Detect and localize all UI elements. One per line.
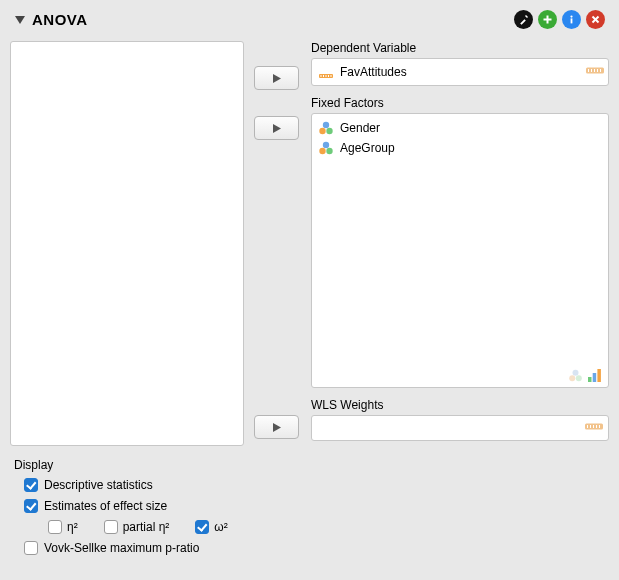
arrows-column [254,41,301,446]
svg-rect-17 [331,75,332,77]
nominal-icon [318,120,334,136]
svg-marker-0 [15,16,25,24]
variable-name: Gender [340,121,380,135]
svg-marker-9 [273,74,281,83]
svg-point-25 [319,128,325,134]
svg-point-5 [570,16,572,18]
svg-marker-11 [273,423,281,432]
add-icon[interactable] [538,10,557,29]
descriptive-checkbox[interactable] [24,478,38,492]
svg-rect-14 [323,75,324,77]
svg-point-28 [319,148,325,154]
dependent-variable-box[interactable]: FavAttitudes [311,58,609,86]
svg-marker-10 [273,124,281,133]
info-icon[interactable] [562,10,581,29]
fixed-factors-label: Fixed Factors [311,96,609,110]
close-icon[interactable] [586,10,605,29]
svg-rect-34 [593,373,597,382]
fixed-factors-box[interactable]: Gender AgeGroup [311,113,609,388]
descriptive-stats-row: Descriptive statistics [14,478,609,492]
header-left: ANOVA [14,11,88,28]
svg-rect-39 [593,425,594,428]
edit-icon[interactable] [514,10,533,29]
effect-size-label: Estimates of effect size [44,499,167,513]
omega2-row: ω² [195,520,227,534]
vovk-sellke-checkbox[interactable] [24,541,38,555]
variable-item[interactable]: Gender [318,118,602,138]
variable-name: AgeGroup [340,141,395,155]
effect-size-suboptions: η² partial η² ω² [14,520,609,534]
svg-rect-6 [571,18,573,23]
nominal-icon [318,140,334,156]
svg-rect-4 [544,19,552,21]
ordinal-type-icon [587,368,602,383]
panel-title: ANOVA [32,11,88,28]
wls-weights-box[interactable] [311,415,609,441]
partial-eta2-label: partial η² [123,520,170,534]
omega2-label: ω² [214,520,227,534]
scale-icon [318,64,334,80]
wls-weights-label: WLS Weights [311,398,609,412]
display-header: Display [14,458,609,472]
svg-point-30 [573,370,579,376]
svg-rect-35 [597,369,601,382]
svg-point-31 [569,375,575,381]
svg-rect-21 [594,69,595,72]
omega2-checkbox[interactable] [195,520,209,534]
vovk-sellke-row: Vovk-Sellke maximum p-ratio [14,541,609,555]
eta2-row: η² [48,520,78,534]
vovk-sellke-label: Vovk-Sellke maximum p-ratio [44,541,199,555]
target-boxes-column: Dependent Variable FavAttitudes [311,41,609,446]
svg-point-26 [326,128,332,134]
partial-eta2-checkbox[interactable] [104,520,118,534]
dependent-label: Dependent Variable [311,41,609,55]
variable-item[interactable]: AgeGroup [318,138,602,158]
svg-point-24 [323,122,329,128]
move-to-dependent-button[interactable] [254,66,299,90]
collapse-chevron-icon[interactable] [14,14,26,26]
anova-panel: ANOVA [0,0,619,580]
svg-rect-13 [321,75,322,77]
svg-rect-37 [587,425,588,428]
header-icons [514,10,605,29]
effect-size-row: Estimates of effect size [14,499,609,513]
eta2-label: η² [67,520,78,534]
svg-rect-38 [590,425,591,428]
svg-rect-15 [326,75,327,77]
variable-name: FavAttitudes [340,65,407,79]
svg-rect-16 [328,75,329,77]
variable-assignment-row: Dependent Variable FavAttitudes [10,41,609,446]
partial-eta2-row: partial η² [104,520,170,534]
svg-rect-1 [520,19,526,25]
svg-point-27 [323,142,329,148]
descriptive-label: Descriptive statistics [44,478,153,492]
source-variables-list[interactable] [10,41,244,446]
effect-size-checkbox[interactable] [24,499,38,513]
move-to-wls-button[interactable] [254,415,299,439]
svg-rect-20 [591,69,592,72]
nominal-type-icon [568,368,583,383]
svg-point-32 [576,375,582,381]
factors-type-icons [568,368,602,383]
svg-rect-19 [588,69,589,72]
scale-type-icon [585,421,603,436]
svg-marker-2 [525,15,528,18]
move-to-factors-button[interactable] [254,116,299,140]
svg-rect-33 [588,377,592,382]
panel-header: ANOVA [10,8,609,31]
svg-rect-41 [599,425,600,428]
svg-rect-22 [597,69,598,72]
svg-point-29 [326,148,332,154]
eta2-checkbox[interactable] [48,520,62,534]
display-section: Display Descriptive statistics Estimates… [10,458,609,555]
scale-type-icon [586,65,604,80]
svg-rect-40 [596,425,597,428]
variable-item[interactable]: FavAttitudes [318,62,407,82]
svg-rect-23 [600,69,601,72]
